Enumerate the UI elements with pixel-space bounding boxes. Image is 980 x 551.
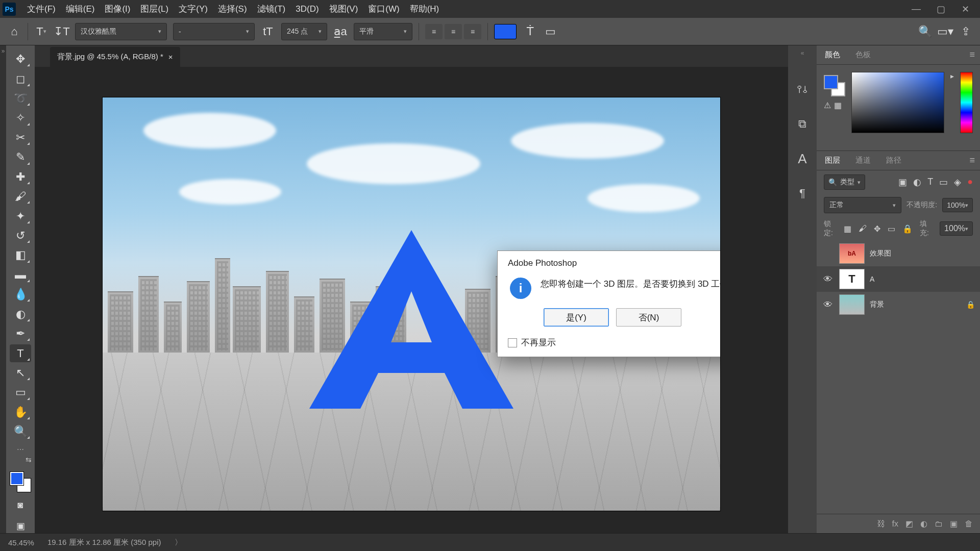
dont-show-checkbox[interactable] bbox=[508, 338, 517, 347]
status-more[interactable]: 〉 bbox=[175, 538, 182, 547]
tab-color[interactable]: 颜色 bbox=[822, 46, 843, 64]
crop-tool[interactable]: ✂ bbox=[10, 129, 31, 146]
layer-filter-select[interactable]: 🔍 类型 ▾ bbox=[824, 174, 865, 190]
lock-paint-icon[interactable]: 🖌 bbox=[859, 224, 867, 233]
dodge-tool[interactable]: ◐ bbox=[10, 305, 31, 322]
layer-name[interactable]: A bbox=[870, 275, 874, 283]
share-button[interactable]: ⇪ bbox=[959, 24, 973, 39]
visibility-toggle[interactable]: 👁 bbox=[822, 299, 834, 310]
swap-colors-button[interactable]: ⇆ bbox=[26, 456, 32, 464]
rectangle-tool[interactable]: ▭ bbox=[10, 384, 31, 401]
menu-file[interactable]: 文件(F) bbox=[22, 0, 61, 18]
tab-channels[interactable]: 通道 bbox=[852, 152, 874, 169]
menu-help[interactable]: 帮助(H) bbox=[405, 0, 445, 18]
hand-tool[interactable]: ✋ bbox=[10, 404, 31, 421]
character-icon[interactable]: A bbox=[793, 149, 812, 168]
menu-image[interactable]: 图像(I) bbox=[100, 0, 135, 18]
color-panel-menu[interactable]: ≡ bbox=[969, 49, 975, 60]
fill-value[interactable]: 100% ▾ bbox=[940, 221, 973, 236]
menu-select[interactable]: 选择(S) bbox=[213, 0, 252, 18]
color-boxes[interactable] bbox=[10, 472, 31, 491]
filter-image-icon[interactable]: ▣ bbox=[898, 177, 907, 188]
lasso-tool[interactable]: ➰ bbox=[10, 90, 31, 107]
gradient-tool[interactable]: ▬ bbox=[10, 266, 31, 284]
panel-color-boxes[interactable] bbox=[824, 75, 845, 96]
warp-text-button[interactable]: Ṫ bbox=[523, 24, 537, 39]
move-tool[interactable]: ✥ bbox=[10, 51, 31, 68]
visibility-toggle[interactable]: 👁 bbox=[822, 274, 834, 285]
blur-tool[interactable]: 💧 bbox=[10, 286, 31, 303]
dialog-no-button[interactable]: 否(N) bbox=[616, 308, 681, 327]
text-tool[interactable]: T bbox=[10, 344, 31, 362]
lock-trans-icon[interactable]: ▦ bbox=[844, 224, 851, 234]
menu-filter[interactable]: 滤镜(T) bbox=[252, 0, 291, 18]
align-left-button[interactable]: ≡ bbox=[425, 24, 443, 39]
screen-mode-button[interactable]: ▣ bbox=[10, 518, 31, 533]
tab-layers[interactable]: 图层 bbox=[822, 152, 843, 169]
layer-row[interactable]: 👁 T A bbox=[817, 266, 980, 292]
align-right-button[interactable]: ≡ bbox=[464, 24, 481, 39]
document-tab[interactable]: 背景.jpg @ 45.5% (A, RGB/8) * × bbox=[50, 47, 180, 67]
font-family-select[interactable]: 汉仪雅酷黑▾ bbox=[75, 23, 167, 40]
zoom-tool[interactable]: 🔍 bbox=[10, 423, 31, 440]
window-minimize[interactable]: — bbox=[904, 2, 928, 17]
link-layers-icon[interactable]: ⛓ bbox=[877, 519, 885, 529]
text-tool-indicator[interactable]: T ▾ bbox=[34, 24, 48, 39]
adjustments-icon[interactable]: ⫯⫰ bbox=[793, 80, 812, 98]
layer-name[interactable]: 效果图 bbox=[870, 249, 891, 258]
anti-alias-select[interactable]: 平滑▾ bbox=[354, 23, 412, 40]
3d-panel-icon[interactable]: ⧉ bbox=[793, 115, 812, 133]
lock-all-icon[interactable]: 🔒 bbox=[902, 224, 913, 234]
dialog-yes-button[interactable]: 是(Y) bbox=[544, 308, 609, 327]
eyedropper-tool[interactable]: ✎ bbox=[10, 148, 31, 166]
hue-bar[interactable] bbox=[960, 72, 973, 133]
home-button[interactable]: ⌂ bbox=[7, 24, 21, 39]
web-safe-icon[interactable]: ▦ bbox=[834, 101, 842, 110]
paragraph-icon[interactable]: ¶ bbox=[793, 184, 812, 203]
marquee-tool[interactable]: ◻ bbox=[10, 70, 31, 87]
canvas[interactable]: Adobe Photoshop i 您即将创建一个 3D 图层。是否要切换到 3… bbox=[103, 97, 720, 511]
tab-swatches[interactable]: 色板 bbox=[852, 46, 874, 64]
lock-nest-icon[interactable]: ▭ bbox=[888, 224, 895, 234]
adjustment-layer-icon[interactable]: ◐ bbox=[920, 519, 927, 529]
menu-window[interactable]: 窗口(W) bbox=[363, 0, 404, 18]
clone-tool[interactable]: ✦ bbox=[10, 207, 31, 224]
window-maximize[interactable]: ▢ bbox=[928, 2, 953, 17]
filter-adjust-icon[interactable]: ◐ bbox=[913, 177, 921, 188]
layer-thumbnail[interactable] bbox=[839, 294, 865, 315]
text-orientation-button[interactable]: ↧T bbox=[55, 24, 69, 39]
collapse-right[interactable]: « bbox=[801, 49, 804, 57]
workspace-button[interactable]: ▭▾ bbox=[938, 24, 952, 39]
layer-mask-icon[interactable]: ◩ bbox=[905, 519, 913, 529]
opacity-value[interactable]: 100% ▾ bbox=[942, 198, 973, 212]
search-button[interactable]: 🔍 bbox=[918, 24, 932, 39]
align-center-button[interactable]: ≡ bbox=[445, 24, 462, 39]
window-close[interactable]: ✕ bbox=[953, 2, 977, 17]
pen-tool[interactable]: ✒ bbox=[10, 325, 31, 342]
filter-shape-icon[interactable]: ▭ bbox=[939, 177, 948, 188]
history-brush-tool[interactable]: ↺ bbox=[10, 227, 31, 244]
new-layer-icon[interactable]: ▣ bbox=[950, 519, 958, 529]
document-tab-close[interactable]: × bbox=[168, 53, 173, 61]
filter-toggle-icon[interactable]: ● bbox=[967, 177, 973, 188]
layers-panel-menu[interactable]: ≡ bbox=[969, 155, 975, 166]
menu-layer[interactable]: 图层(L) bbox=[135, 0, 174, 18]
layer-group-icon[interactable]: 🗀 bbox=[935, 519, 943, 529]
layer-row[interactable]: bA 效果图 bbox=[817, 241, 980, 266]
menu-type[interactable]: 文字(Y) bbox=[174, 0, 213, 18]
healing-tool[interactable]: ✚ bbox=[10, 168, 31, 186]
blend-mode-select[interactable]: 正常▾ bbox=[824, 197, 901, 213]
layer-fx-icon[interactable]: fx bbox=[892, 519, 898, 529]
menu-view[interactable]: 视图(V) bbox=[324, 0, 363, 18]
magic-wand-tool[interactable]: ✧ bbox=[10, 109, 31, 127]
font-style-select[interactable]: -▾ bbox=[173, 23, 255, 40]
filter-smart-icon[interactable]: ◈ bbox=[954, 177, 961, 188]
brush-tool[interactable]: 🖌 bbox=[10, 188, 31, 205]
foreground-color[interactable] bbox=[10, 472, 23, 485]
tool-expand[interactable]: » bbox=[0, 45, 6, 533]
delete-layer-icon[interactable]: 🗑 bbox=[965, 519, 973, 529]
menu-3d[interactable]: 3D(D) bbox=[290, 1, 324, 17]
filter-text-icon[interactable]: T bbox=[927, 177, 933, 188]
menu-edit[interactable]: 编辑(E) bbox=[61, 0, 100, 18]
layer-thumbnail[interactable]: bA bbox=[839, 243, 865, 264]
